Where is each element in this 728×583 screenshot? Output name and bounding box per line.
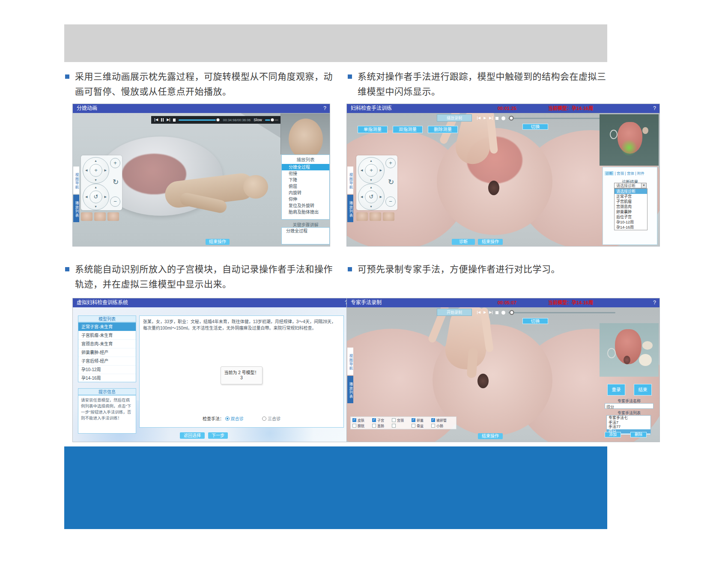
checkbox[interactable] xyxy=(392,424,396,428)
tab-playlist[interactable]: 播放列表 xyxy=(347,195,353,222)
pan-center-icon[interactable]: + xyxy=(365,164,378,177)
pan-dpad[interactable]: ▲ ▼ ◀ ▶ + xyxy=(358,157,385,184)
diagnosis-option[interactable]: 孕14-16周 xyxy=(615,225,647,230)
pan-right-icon[interactable]: ▶ xyxy=(380,169,382,172)
checkbox[interactable] xyxy=(431,418,435,422)
pause-icon[interactable] xyxy=(161,118,164,122)
back-button[interactable]: 返回选择 xyxy=(180,432,205,439)
finish-button[interactable]: 结束 xyxy=(634,384,652,396)
radio-trimanual[interactable] xyxy=(262,416,266,421)
checkbox[interactable] xyxy=(352,424,356,428)
zoom-out-button[interactable]: − xyxy=(110,196,120,207)
progress-slider[interactable] xyxy=(179,119,220,121)
diagnosis-option[interactable]: 卵巢囊肿 xyxy=(615,209,647,214)
end-operation-button[interactable]: 结束操作 xyxy=(206,239,230,245)
maneuver-item[interactable]: 手法7 xyxy=(607,420,650,425)
skip-forward-icon[interactable]: ▶ xyxy=(489,116,492,120)
skip-back-icon[interactable]: ◀ xyxy=(477,311,480,314)
next-step-button[interactable]: 下一步 xyxy=(208,432,228,439)
radio-bimanual[interactable] xyxy=(225,416,230,421)
stop-icon[interactable] xyxy=(495,117,498,120)
model-list-item[interactable]: 子宫后倾-经产 xyxy=(78,357,136,366)
end-operation-button[interactable]: 结束操作 xyxy=(478,433,503,439)
playlist-item[interactable]: 胎肩及胎体娩出 xyxy=(282,209,329,215)
view-thumbnail[interactable] xyxy=(370,212,381,221)
model-list-item[interactable]: 孕14-16周 xyxy=(78,374,136,382)
view-thumbnail[interactable] xyxy=(383,212,394,221)
pan-left-icon[interactable]: ◀ xyxy=(85,169,87,172)
switch-button[interactable]: 切换 xyxy=(522,124,548,130)
checkbox[interactable] xyxy=(412,418,415,422)
view-thumbnail[interactable] xyxy=(107,212,119,221)
diagnose-button[interactable]: 诊断 xyxy=(452,239,475,245)
model-list-item[interactable]: 正常子宫-未生育 xyxy=(78,323,136,331)
skip-back-icon[interactable]: ◀ xyxy=(477,116,480,120)
zoom-out-button[interactable]: − xyxy=(385,196,396,207)
switch-button[interactable]: 切换 xyxy=(522,318,548,324)
view-thumbnail[interactable] xyxy=(81,212,92,221)
progress-slider[interactable] xyxy=(508,118,600,119)
pan-up-icon[interactable]: ▲ xyxy=(94,159,97,162)
pan-up-icon[interactable]: ▲ xyxy=(370,159,373,162)
keysteps-item[interactable]: 分娩全过程 xyxy=(282,228,329,234)
skip-forward-icon[interactable]: ▶ xyxy=(167,118,170,122)
pan-down-icon[interactable]: ▼ xyxy=(94,178,97,181)
tab-adnexa[interactable]: 附件 xyxy=(637,171,644,175)
rotate-down-icon[interactable]: ▼ xyxy=(94,205,97,208)
progress-knob[interactable] xyxy=(509,116,513,121)
checkbox[interactable] xyxy=(412,424,415,428)
pan-center-icon[interactable]: + xyxy=(90,164,102,177)
tab-cervix[interactable]: 宫颈 xyxy=(617,171,624,175)
tab-view-navigation[interactable]: 视图导航 xyxy=(347,167,353,194)
pan-down-icon[interactable]: ▼ xyxy=(370,178,373,181)
record-icon[interactable] xyxy=(501,311,505,315)
diagnosis-option[interactable]: 正常子宫 xyxy=(615,194,647,199)
tab-playlist[interactable]: 播放列表 xyxy=(73,195,79,222)
rotate-down-icon[interactable]: ▼ xyxy=(370,205,373,208)
speed-knob[interactable] xyxy=(270,118,274,122)
play-icon[interactable]: ▶ xyxy=(483,116,486,120)
delete-measure-button[interactable]: 删除测量 xyxy=(428,126,458,133)
maneuver-item[interactable]: 专家手法七 xyxy=(607,416,650,420)
rotate-center-icon[interactable]: ↺ xyxy=(90,190,102,203)
pan-dpad[interactable]: ▲ ▼ ◀ ▶ + xyxy=(83,157,109,184)
double-finger-measure-button[interactable]: 双指测量 xyxy=(393,126,423,133)
diagnosis-option[interactable]: 后位子宫 xyxy=(615,214,647,220)
end-operation-button[interactable]: 结束操作 xyxy=(478,239,503,245)
rotate-center-icon[interactable]: ↺ xyxy=(365,190,378,203)
skip-back-icon[interactable]: ◀ xyxy=(155,118,158,122)
model-list-item[interactable]: 孕10-12周 xyxy=(78,366,136,374)
zoom-in-button[interactable]: + xyxy=(110,158,120,168)
view-thumbnail[interactable] xyxy=(356,212,368,221)
start-record-button[interactable]: 开始录制 xyxy=(437,309,472,316)
checkbox[interactable] xyxy=(372,424,376,428)
rotate-dpad[interactable]: ▲ ▼ ◀ ▶ ↺ xyxy=(358,184,385,210)
play-recording-button[interactable]: 播放录制 xyxy=(437,114,472,122)
skip-forward-icon[interactable]: ▶ xyxy=(489,311,492,314)
stop-icon[interactable] xyxy=(495,311,498,314)
pan-right-icon[interactable]: ▶ xyxy=(104,169,107,172)
rotate-reset-icon[interactable]: ↻ xyxy=(111,178,120,187)
delete-button[interactable]: 删除 xyxy=(630,432,647,437)
diagnosis-option[interactable]: 请选择诊断 xyxy=(615,189,647,194)
checkbox[interactable] xyxy=(372,418,376,422)
progress-knob[interactable] xyxy=(215,118,220,122)
rotate-up-icon[interactable]: ▲ xyxy=(370,186,373,189)
preview-thumbnail[interactable] xyxy=(280,113,330,155)
rotate-up-icon[interactable]: ▲ xyxy=(94,186,97,189)
maneuver-item[interactable]: 手法77 xyxy=(607,425,650,429)
pan-left-icon[interactable]: ◀ xyxy=(361,169,363,172)
chevron-down-icon[interactable]: ▼ xyxy=(641,183,646,188)
rotate-right-icon[interactable]: ▶ xyxy=(380,195,382,198)
help-button[interactable]: ? xyxy=(653,298,656,307)
maneuver-name-input[interactable]: 得分 xyxy=(605,403,653,409)
stop-icon[interactable] xyxy=(173,119,176,122)
rotate-reset-icon[interactable]: ↻ xyxy=(386,178,396,187)
add-button[interactable]: 添加 xyxy=(605,432,621,437)
progress-knob[interactable] xyxy=(509,310,514,315)
speed-slider[interactable] xyxy=(265,119,278,121)
tab-view-navigation[interactable]: 视图导航 xyxy=(347,348,353,375)
help-button[interactable]: ? xyxy=(653,104,656,113)
diagnosis-dropdown[interactable]: 请选择诊断 ▼ xyxy=(614,183,647,188)
model-list-item[interactable]: 卵巢囊肿-经产 xyxy=(78,348,136,357)
